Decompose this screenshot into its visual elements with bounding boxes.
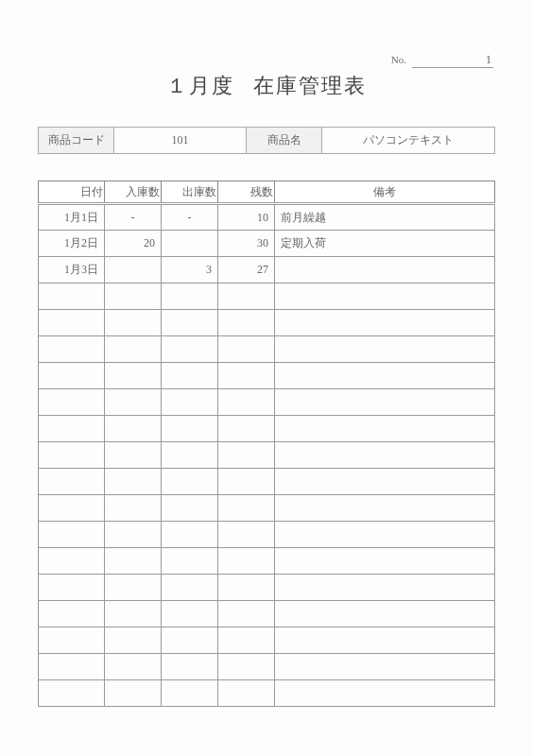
title-heading: 在庫管理表 xyxy=(253,74,367,97)
cell-remain xyxy=(218,363,275,389)
cell-out xyxy=(162,548,218,575)
cell-out xyxy=(162,363,218,389)
cell-remain xyxy=(218,416,275,442)
code-label: 商品コード xyxy=(39,128,114,154)
cell-in xyxy=(105,416,162,442)
cell-remain: 27 xyxy=(218,257,275,284)
cell-note xyxy=(275,495,495,522)
cell-in xyxy=(105,548,162,575)
cell-note xyxy=(275,363,495,389)
table-row xyxy=(39,336,495,363)
cell-out: 3 xyxy=(162,257,218,284)
cell-date xyxy=(39,389,105,416)
cell-remain xyxy=(218,495,275,522)
table-row xyxy=(39,416,495,442)
table-row: 1月2日2030定期入荷 xyxy=(39,231,495,257)
cell-remain xyxy=(218,680,275,707)
cell-remain xyxy=(218,442,275,469)
cell-note xyxy=(275,469,495,495)
cell-note xyxy=(275,310,495,336)
cell-in xyxy=(105,284,162,310)
cell-in xyxy=(105,575,162,601)
cell-date: 1月1日 xyxy=(39,204,105,231)
cell-remain xyxy=(218,469,275,495)
no-value: 1 xyxy=(412,53,493,68)
cell-out xyxy=(162,469,218,495)
col-out: 出庫数 xyxy=(162,181,218,204)
cell-out xyxy=(162,680,218,707)
cell-out xyxy=(162,627,218,654)
name-label: 商品名 xyxy=(247,128,322,154)
table-row xyxy=(39,627,495,654)
table-row xyxy=(39,680,495,707)
cell-remain xyxy=(218,548,275,575)
page: No. 1 １月度在庫管理表 商品コード 101 商品名 パソコンテキスト 日付… xyxy=(0,0,533,745)
ledger-header-row: 日付 入庫数 出庫数 残数 備考 xyxy=(39,181,495,204)
cell-in: 20 xyxy=(105,231,162,257)
cell-note xyxy=(275,336,495,363)
cell-in xyxy=(105,363,162,389)
cell-remain xyxy=(218,284,275,310)
cell-out xyxy=(162,654,218,680)
cell-out xyxy=(162,522,218,548)
table-row xyxy=(39,363,495,389)
cell-out xyxy=(162,575,218,601)
cell-out xyxy=(162,231,218,257)
code-value: 101 xyxy=(114,128,247,154)
cell-note xyxy=(275,627,495,654)
table-row xyxy=(39,442,495,469)
cell-date xyxy=(39,522,105,548)
cell-in xyxy=(105,310,162,336)
table-row xyxy=(39,654,495,680)
cell-out xyxy=(162,495,218,522)
cell-out xyxy=(162,284,218,310)
ledger-table: 日付 入庫数 出庫数 残数 備考 1月1日--10前月繰越1月2日2030定期入… xyxy=(38,180,495,707)
no-label: No. xyxy=(391,54,406,65)
cell-in xyxy=(105,495,162,522)
cell-out xyxy=(162,336,218,363)
table-row: 1月1日--10前月繰越 xyxy=(39,204,495,231)
cell-note xyxy=(275,654,495,680)
cell-note xyxy=(275,257,495,284)
cell-in xyxy=(105,522,162,548)
table-row: 1月3日327 xyxy=(39,257,495,284)
cell-remain xyxy=(218,601,275,627)
cell-date xyxy=(39,495,105,522)
cell-in xyxy=(105,469,162,495)
cell-remain: 10 xyxy=(218,204,275,231)
cell-note xyxy=(275,548,495,575)
cell-date xyxy=(39,680,105,707)
cell-in: - xyxy=(105,204,162,231)
col-date: 日付 xyxy=(39,181,105,204)
cell-remain xyxy=(218,522,275,548)
name-value: パソコンテキスト xyxy=(322,128,495,154)
cell-date xyxy=(39,442,105,469)
document-number: No. 1 xyxy=(391,53,493,68)
table-row xyxy=(39,522,495,548)
cell-note xyxy=(275,284,495,310)
cell-date xyxy=(39,363,105,389)
title-month: １月度 xyxy=(166,74,234,97)
cell-note xyxy=(275,680,495,707)
cell-note xyxy=(275,442,495,469)
cell-note xyxy=(275,575,495,601)
col-remain: 残数 xyxy=(218,181,275,204)
cell-date xyxy=(39,654,105,680)
cell-remain: 30 xyxy=(218,231,275,257)
cell-note: 前月繰越 xyxy=(275,204,495,231)
cell-remain xyxy=(218,336,275,363)
cell-remain xyxy=(218,654,275,680)
cell-in xyxy=(105,442,162,469)
cell-date xyxy=(39,336,105,363)
cell-in xyxy=(105,654,162,680)
table-row xyxy=(39,601,495,627)
cell-remain xyxy=(218,310,275,336)
cell-date xyxy=(39,548,105,575)
cell-date xyxy=(39,310,105,336)
table-row xyxy=(39,310,495,336)
table-row xyxy=(39,389,495,416)
cell-out: - xyxy=(162,204,218,231)
cell-date xyxy=(39,284,105,310)
page-title: １月度在庫管理表 xyxy=(38,72,495,100)
cell-date xyxy=(39,627,105,654)
